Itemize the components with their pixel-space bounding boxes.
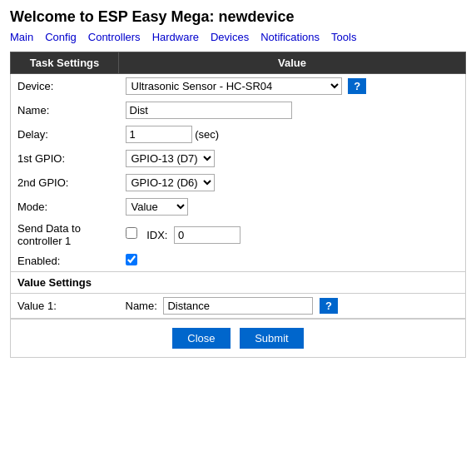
col1-header: Task Settings: [11, 52, 119, 74]
gpio2-select[interactable]: GPIO-12 (D6) GPIO-13 (D7) GPIO-14 (D5): [126, 174, 215, 191]
gpio1-select[interactable]: GPIO-13 (D7) GPIO-0 (D3) GPIO-2 (D4): [126, 150, 215, 167]
nav-item-hardware[interactable]: Hardware: [152, 31, 199, 43]
nav-item-config[interactable]: Config: [45, 31, 77, 43]
enabled-label: Enabled:: [11, 250, 119, 272]
value-name-label: Name:: [126, 300, 157, 312]
nav-item-main[interactable]: Main: [10, 31, 33, 43]
device-select[interactable]: Ultrasonic Sensor - HC-SR04: [126, 77, 342, 95]
delay-value-cell: (sec): [119, 122, 466, 146]
name-value-cell: [119, 98, 466, 122]
idx-input[interactable]: [174, 226, 240, 244]
gpio1-label: 1st GPIO:: [11, 146, 119, 171]
main-nav: Main Config Controllers Hardware Devices…: [10, 31, 466, 43]
nav-item-devices[interactable]: Devices: [211, 31, 249, 43]
device-help-button[interactable]: ?: [348, 78, 366, 94]
mode-row: Mode: Value Average Median: [11, 195, 466, 219]
send-data-value-cell: IDX:: [119, 219, 466, 250]
gpio2-value-cell: GPIO-12 (D6) GPIO-13 (D7) GPIO-14 (D5): [119, 171, 466, 195]
send-data-checkbox[interactable]: [126, 227, 137, 239]
gpio2-label: 2nd GPIO:: [11, 171, 119, 195]
col2-header: Value: [119, 52, 466, 74]
delay-label: Delay:: [11, 122, 119, 146]
value1-label: Value 1:: [11, 294, 119, 319]
value1-row: Value 1: Name: ?: [11, 294, 466, 319]
page-title: Welcome to ESP Easy Mega: newdevice: [10, 8, 466, 26]
value-settings-header: Value Settings: [11, 272, 466, 294]
gpio1-row: 1st GPIO: GPIO-13 (D7) GPIO-0 (D3) GPIO-…: [11, 146, 466, 171]
mode-select[interactable]: Value Average Median: [126, 198, 188, 216]
value1-help-button[interactable]: ?: [320, 298, 338, 314]
enabled-checkbox[interactable]: [126, 254, 137, 265]
gpio1-value-cell: GPIO-13 (D7) GPIO-0 (D3) GPIO-2 (D4): [119, 146, 466, 171]
buttons-row: Close Submit: [11, 320, 466, 358]
nav-item-controllers[interactable]: Controllers: [88, 31, 141, 43]
mode-value-cell: Value Average Median: [119, 195, 466, 219]
device-row: Device: Ultrasonic Sensor - HC-SR04 ?: [11, 74, 466, 99]
gpio2-row: 2nd GPIO: GPIO-12 (D6) GPIO-13 (D7) GPIO…: [11, 171, 466, 195]
name-label: Name:: [11, 98, 119, 122]
device-label: Device:: [11, 74, 119, 99]
name-row: Name:: [11, 98, 466, 122]
value1-value-cell: Name: ?: [119, 294, 466, 319]
delay-input[interactable]: [126, 126, 192, 143]
enabled-row: Enabled:: [11, 250, 466, 272]
enabled-value-cell: [119, 250, 466, 272]
nav-item-notifications[interactable]: Notifications: [260, 31, 320, 43]
send-data-label: Send Data to controller 1: [11, 219, 119, 250]
delay-row: Delay: (sec): [11, 122, 466, 146]
name-input[interactable]: [126, 102, 292, 119]
buttons-cell: Close Submit: [11, 320, 466, 358]
idx-label: IDX:: [146, 229, 167, 241]
close-button[interactable]: Close: [172, 328, 230, 349]
nav-item-tools[interactable]: Tools: [331, 31, 356, 43]
device-value-cell: Ultrasonic Sensor - HC-SR04 ?: [119, 74, 466, 99]
value1-name-input[interactable]: [163, 297, 313, 315]
submit-button[interactable]: Submit: [240, 328, 303, 349]
mode-label: Mode:: [11, 195, 119, 219]
task-settings-table: Task Settings Value Device: Ultrasonic S…: [10, 52, 466, 358]
send-data-row: Send Data to controller 1 IDX:: [11, 219, 466, 250]
value-settings-section: Value Settings: [11, 272, 466, 294]
delay-unit: (sec): [195, 128, 219, 141]
